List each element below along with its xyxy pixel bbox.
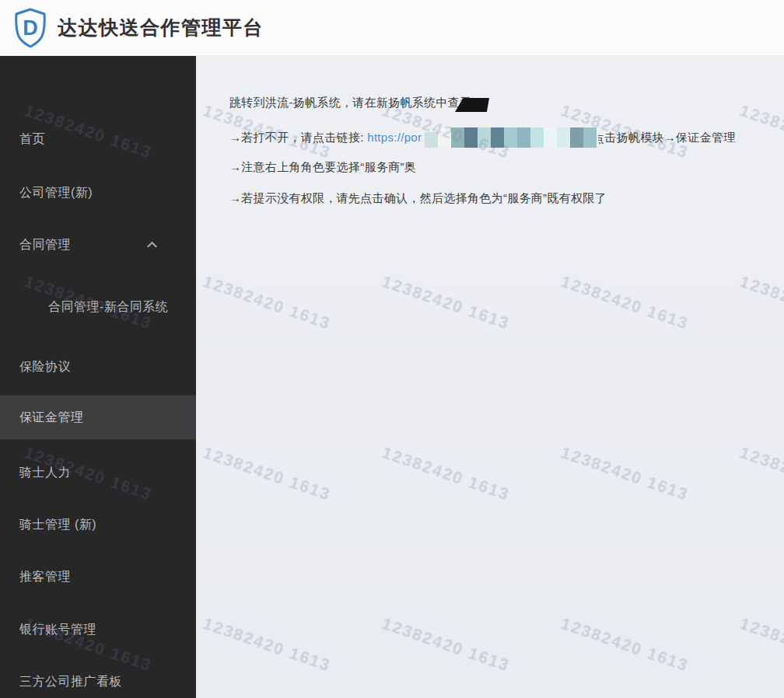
mosaic-block (530, 127, 544, 148)
notice-line-1-text: 跳转到洪流-扬帆系统，请在新扬帆系统中查看 (229, 96, 471, 109)
mosaic-block (570, 127, 583, 148)
shield-d-icon: D (11, 7, 50, 49)
chevron-up-icon (147, 241, 157, 251)
mosaic-block (425, 132, 438, 148)
notice-line-2-prefix: →若打不开，请点击链接: (229, 131, 367, 144)
sidebar-item-home[interactable]: 首页 (19, 131, 180, 148)
sidebar-item-bank-account-management[interactable]: 银行账号管理 (19, 622, 180, 638)
sidebar-item-label: 保险协议 (19, 360, 71, 373)
sidebar-item-label: 保证金管理 (19, 410, 84, 426)
mosaic-block (478, 127, 491, 148)
sidebar-item-company-management-new[interactable]: 公司管理(新) (19, 185, 180, 201)
sidebar-item-label: 合同管理 (19, 238, 71, 251)
page-title: 达达快送合作管理平台 (58, 15, 264, 40)
mosaic-block (464, 127, 478, 148)
main-content: 跳转到洪流-扬帆系统，请在新扬帆系统中查看 →若打不开，请点击链接: https… (196, 56, 784, 698)
sidebar-item-contract-management[interactable]: 合同管理 (19, 237, 180, 253)
notice-line-1: 跳转到洪流-扬帆系统，请在新扬帆系统中查看 (229, 93, 471, 111)
sidebar-item-promoter-management[interactable]: 推客管理 (19, 569, 180, 585)
sidebar-item-label: 首页 (19, 132, 45, 145)
sidebar-item-label: 推客管理 (19, 570, 71, 583)
notice-line-4: →若提示没有权限，请先点击确认，然后选择角色为“服务商”既有权限了 (229, 189, 607, 207)
sidebar-item-label: 骑士人力 (19, 466, 71, 479)
app-header: D 达达快送合作管理平台 (0, 0, 784, 56)
sidebar-item-knight-management-new[interactable]: 骑士管理 (新) (19, 517, 180, 533)
redaction-mosaic (425, 127, 597, 148)
mosaic-block (491, 127, 504, 148)
sidebar-item-knight-hr[interactable]: 骑士人力 (19, 465, 180, 481)
portal-link[interactable]: https://por (367, 131, 422, 144)
svg-text:D: D (23, 16, 38, 40)
sidebar-item-contract-management-new-system[interactable]: 合同管理-新合同系统 (48, 298, 171, 315)
sidebar-item-deposit-management[interactable]: 保证金管理 (0, 396, 196, 440)
notice-line-3: →注意右上角角色要选择“服务商”奥 (229, 158, 416, 176)
sidebar-item-label: 三方公司推广看板 (19, 675, 122, 688)
sidebar: 首页公司管理(新)合同管理合同管理-新合同系统保险协议保证金管理骑士人力骑士管理… (0, 56, 196, 698)
notice-line-2-suffix: 击扬帆模块→保证金管理 (604, 131, 735, 144)
sidebar-item-label: 骑士管理 (新) (19, 518, 96, 531)
notice-line-3-text: →注意右上角角色要选择“服务商”奥 (229, 160, 416, 173)
sidebar-item-label: 公司管理(新) (19, 186, 93, 199)
mosaic-block (504, 127, 517, 148)
mosaic-block (438, 127, 451, 148)
sidebar-item-label: 银行账号管理 (19, 623, 96, 636)
sidebar-item-label: 合同管理-新合同系统 (48, 300, 168, 313)
mosaic-block (557, 127, 570, 148)
sidebar-item-third-party-promo-board[interactable]: 三方公司推广看板 (19, 674, 180, 690)
mosaic-block (451, 127, 464, 148)
mosaic-block (517, 127, 530, 148)
sidebar-item-insurance-agreement[interactable]: 保险协议 (19, 359, 180, 375)
notice-line-4-text: →若提示没有权限，请先点击确认，然后选择角色为“服务商”既有权限了 (229, 191, 607, 204)
app-logo[interactable]: D (11, 7, 50, 49)
mosaic-block (544, 127, 557, 148)
mosaic-block (583, 127, 597, 148)
notice-line-2: →若打不开，请点击链接: https://por点击扬帆模块→保证金管理 (229, 127, 736, 148)
